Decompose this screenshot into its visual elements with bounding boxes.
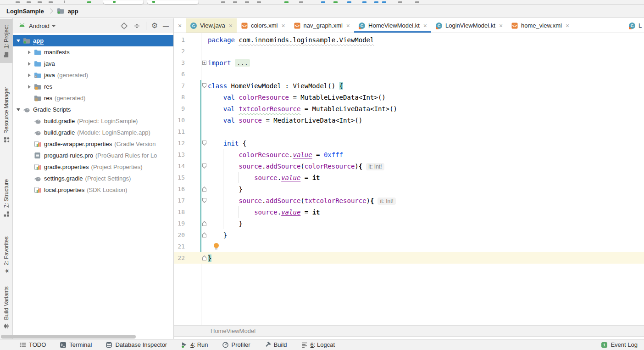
code-line-17[interactable]: 17 source.addSource(txtcolorResource){it… xyxy=(174,195,644,206)
code-line-9[interactable]: 9 val txtcolorResource = MutableLiveData… xyxy=(174,103,644,114)
tree-item-res-generated[interactable]: res(generated) xyxy=(13,92,173,104)
code-line-21[interactable]: 21 xyxy=(174,241,644,252)
chevron-expanded-icon[interactable] xyxy=(14,40,23,42)
close-icon[interactable]: × xyxy=(281,22,285,29)
fold-marker-open[interactable] xyxy=(201,164,208,169)
code-line-19[interactable]: 19 } xyxy=(174,218,644,229)
code-text: } xyxy=(208,220,243,227)
properties-icon xyxy=(34,164,41,170)
fold-marker-open[interactable] xyxy=(201,198,208,203)
code-line-12[interactable]: 12 init { xyxy=(174,137,644,149)
fold-marker-plus[interactable]: + xyxy=(201,61,208,65)
fold-marker-open[interactable] xyxy=(201,141,208,146)
tree-item-proguard-rules-pro-proguard-rules-for-lo[interactable]: proguard-rules.pro(ProGuard Rules for Lo xyxy=(13,150,173,161)
code-line-3[interactable]: 3+import ... xyxy=(174,57,644,68)
code-line-1[interactable]: 1package com.innominds.loginsample.ViewM… xyxy=(174,34,644,45)
line-number: 12 xyxy=(174,140,201,147)
statusbar-item-terminal[interactable]: Terminal xyxy=(60,341,92,348)
settings-icon[interactable]: ⚙ xyxy=(151,22,158,29)
tree-item-settings-gradle-project-settings[interactable]: settings.gradle(Project Settings) xyxy=(13,173,173,184)
close-icon[interactable]: × xyxy=(566,22,569,29)
code-line-18[interactable]: 18 source.value = it xyxy=(174,206,644,218)
code-line-10[interactable]: 10 val source = MediatorLiveData<Int>() xyxy=(174,114,644,126)
close-icon[interactable]: × xyxy=(423,22,427,29)
editor-tab-loginviewmodel-kt[interactable]: CLoginViewModel.kt× xyxy=(431,18,507,33)
tree-item-gradle-scripts[interactable]: Gradle Scripts xyxy=(13,104,173,115)
collapse-all-icon[interactable] xyxy=(133,22,141,30)
code-line-6[interactable]: 6 xyxy=(174,68,644,80)
chevron-collapsed-icon[interactable] xyxy=(25,51,34,54)
code-line-20[interactable]: 20 } xyxy=(174,229,644,241)
tree-item-build-gradle-module-loginsample-app[interactable]: build.gradle(Module: LoginSample.app) xyxy=(13,127,173,138)
statusbar-item-event-log[interactable]: 1Event Log xyxy=(601,341,638,348)
code-line-2[interactable]: 2 xyxy=(174,45,644,57)
fold-marker-close[interactable] xyxy=(201,186,208,192)
statusbar-item-6-logcat[interactable]: 6: Logcat xyxy=(301,341,335,348)
tool-tab-build-variants[interactable]: Build Variants xyxy=(0,281,12,334)
tree-item-java[interactable]: java xyxy=(13,58,173,69)
fold-marker-open[interactable] xyxy=(201,83,208,88)
tree-item-res[interactable]: res xyxy=(13,81,173,92)
gradle-icon xyxy=(34,129,41,136)
editor-tab-homeviewmodel-kt[interactable]: CHomeViewModel.kt× xyxy=(354,18,431,33)
editor-tab-label: home_view.xml xyxy=(521,22,562,29)
statusbar-item-4-run[interactable]: 4: Run xyxy=(181,341,208,348)
locate-icon[interactable] xyxy=(120,22,128,30)
code-line-16[interactable]: 16 } xyxy=(174,183,644,195)
code-line-13[interactable]: 13 colorResource.value = 0xfff xyxy=(174,149,644,160)
close-icon[interactable]: × xyxy=(229,22,233,29)
statusbar-item-label: Database Inspector xyxy=(115,341,167,348)
statusbar-item-todo[interactable]: TODO xyxy=(19,341,46,348)
code-text: source.value = it xyxy=(208,209,320,216)
logcat-icon xyxy=(301,342,308,348)
code-line-8[interactable]: 8 val colorResource = MutableLiveData<In… xyxy=(174,91,644,103)
editor-tab-home-view-xml[interactable]: <>home_view.xml× xyxy=(507,18,573,33)
code-editor[interactable]: 1package com.innominds.loginsample.ViewM… xyxy=(174,33,644,325)
chevron-collapsed-icon[interactable] xyxy=(25,85,34,89)
tree-item-gradle-wrapper-properties-gradle-version[interactable]: gradle-wrapper.properties(Gradle Version xyxy=(13,138,173,150)
close-icon[interactable]: × xyxy=(346,22,350,29)
code-line-11[interactable]: 11 xyxy=(174,126,644,137)
tree-item-manifests[interactable]: manifests xyxy=(13,46,173,58)
editor-tab-colors-xml[interactable]: <>colors.xml× xyxy=(237,18,289,33)
tree-item-label: local.properties xyxy=(44,186,84,193)
view-selector[interactable]: Android xyxy=(29,23,50,29)
code-line-15[interactable]: 15 source.value = it xyxy=(174,172,644,183)
line-number: 7 xyxy=(174,82,201,89)
statusbar-item-build[interactable]: Build xyxy=(264,341,287,348)
code-line-14[interactable]: 14 source.addSource(colorResource){it: I… xyxy=(174,160,644,172)
editor-tab-view-java[interactable]: CView.java× xyxy=(186,18,237,33)
tree-item-gradle-properties-project-properties[interactable]: gradle.properties(Project Properties) xyxy=(13,161,173,173)
chevron-expanded-icon[interactable] xyxy=(14,108,23,111)
fold-marker-close[interactable] xyxy=(201,221,208,226)
breadcrumb-project[interactable]: LoginSample xyxy=(6,8,44,15)
chevron-collapsed-icon[interactable] xyxy=(25,62,34,66)
tree-item-java-generated[interactable]: java(generated) xyxy=(13,69,173,81)
code-line-7[interactable]: 7class HomeViewModel : ViewModel() { xyxy=(174,80,644,91)
fold-marker-close[interactable] xyxy=(201,232,208,237)
editor-breadcrumb-item[interactable]: HomeViewModel xyxy=(211,327,255,334)
tool-tab-resource-manager[interactable]: Resource Manager xyxy=(0,76,12,153)
editor-tab-nav-graph-xml[interactable]: <>nav_graph.xml× xyxy=(289,18,354,33)
tool-tab-1-project[interactable]: 1: Project xyxy=(0,19,12,63)
horizontal-scrollbar[interactable] xyxy=(1,335,136,339)
code-line-22[interactable]: 22} xyxy=(174,252,644,264)
close-icon[interactable]: × xyxy=(174,18,186,33)
chevron-collapsed-icon[interactable] xyxy=(25,73,34,77)
close-icon[interactable]: × xyxy=(499,22,503,29)
hide-panel-icon[interactable]: — xyxy=(163,23,169,29)
editor-tab-l[interactable]: CL xyxy=(624,18,644,33)
fold-marker-close[interactable] xyxy=(201,255,208,260)
statusbar-item-label: Profiler xyxy=(232,341,250,348)
editor-tab-label: View.java xyxy=(200,22,225,29)
tree-item-build-gradle-project-loginsample[interactable]: build.gradle(Project: LoginSample) xyxy=(13,115,173,127)
statusbar-item-profiler[interactable]: Profiler xyxy=(222,341,250,348)
tool-tab-7-structure[interactable]: 7: Structure xyxy=(0,172,12,224)
tree-item-app[interactable]: app xyxy=(13,35,173,46)
statusbar-item-database-inspector[interactable]: Database Inspector xyxy=(105,341,167,348)
intention-bulb-icon[interactable] xyxy=(214,243,219,248)
tree-item-local-properties-sdk-location[interactable]: local.properties(SDK Location) xyxy=(13,184,173,196)
tool-tab-2-favorites[interactable]: ★2: Favorites xyxy=(0,230,12,280)
breadcrumb-module[interactable]: app xyxy=(68,8,78,15)
todo-icon xyxy=(19,342,26,348)
